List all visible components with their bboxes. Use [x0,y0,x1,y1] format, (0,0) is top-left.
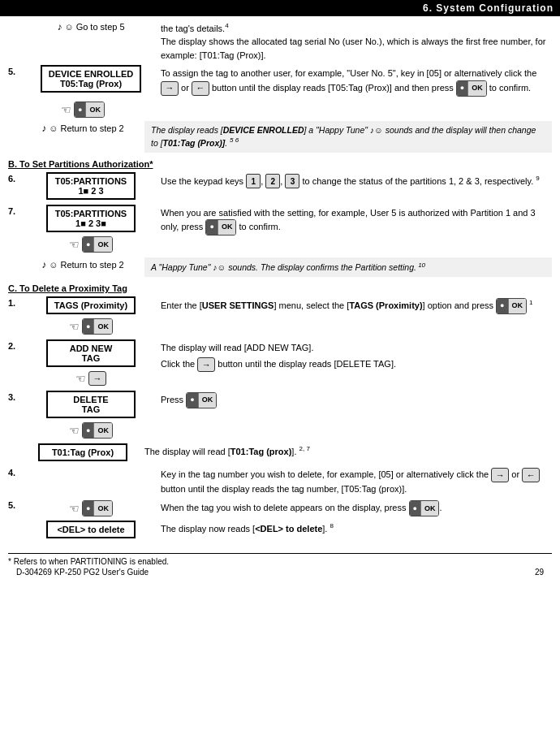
ok-c1[interactable]: ●OK [82,318,113,335]
step-intro-right: the tag's details.4 The display shows th… [161,19,552,62]
c-step4-right: Key in the tag number you wish to delete… [161,466,552,496]
step5-desc3: to confirm. [489,83,531,93]
c-step2-num: 2. [8,339,26,351]
c-step3-num: 3. [8,391,26,402]
music-note-icon: ♪ [57,21,62,32]
c-step2-right: The display will read [ADD NEW TAG]. Cli… [161,339,552,373]
lcd-1-2-3: 1■ 2 3 [54,186,127,196]
step5-num: 5. [8,65,26,76]
return-step2-b-left: ♪ ☺ Return to step 2 [26,257,140,272]
step7-lcd: T05:PARTITIONS 1■ 2 3■ [46,205,136,232]
step5-icon-row: ☜ ●OK [26,100,140,119]
music-note2: ♪ [41,123,46,134]
smiley3: ☺ [49,260,58,270]
sup8: 8 [330,522,334,529]
step-blank [8,19,26,21]
lcd-tags-proximity: TAGS (Proximity) [46,296,136,314]
c-step2-left: ADD NEW TAG ☜ → [26,339,156,387]
hand-c1: ☜ [69,320,80,333]
ok-c1b[interactable]: ●OK [496,298,527,314]
music-note3: ♪ [41,259,46,270]
c-step4b-desc: Key in the tag number you wish to delete… [161,469,489,479]
sup4: 4 [225,22,228,29]
c-step2-click2: button until the display reads [DELETE T… [218,359,396,369]
lcd-add-new: ADD NEW [54,344,127,353]
ok-button-b2[interactable]: ●OK [205,219,236,236]
or-text: or [181,83,192,93]
section-c-title: C. To Delete a Proximity Tag [8,283,552,293]
section-b-title: B. To Set Partitions Authorization* [8,159,552,169]
c-step4-lcd-left: T01:Tag (Prox) [26,443,140,463]
ok-c3[interactable]: ●OK [82,422,113,439]
lcd-del-delete: <DEL> to delete [46,521,136,538]
ok-button-b[interactable]: ●OK [82,236,113,253]
smiley2: ☺ [49,123,58,133]
arrow-left-btn[interactable]: ← [192,81,209,96]
hand-c2: ☜ [75,372,86,385]
c-step5-left: ☜ ●OK <DEL> to delete [26,499,156,540]
c-step5-desc2: The display now reads [<DEL> to delete]. [161,524,327,534]
lcd-device-enrolled: DEVICE ENROLLED [49,69,134,79]
c-step2-click: Click the [161,359,195,369]
c-step5-desc: When the tag you wish to delete appears … [161,503,406,512]
c-step2-desc: The display will read [ADD NEW TAG]. [161,343,313,352]
step6-left: T05:PARTITIONS 1■ 2 3 [26,172,156,201]
key-2[interactable]: 2 [265,174,280,188]
lcd-partitions-2: T05:PARTITIONS [54,209,127,218]
arrow-left-c4[interactable]: ← [522,468,540,482]
ok-c5[interactable]: ●OK [82,500,113,516]
arrow-right-btn[interactable]: → [161,81,179,96]
allocated-desc: The display shows the allocated tag seri… [161,37,545,60]
product-label: D-304269 KP-250 PG2 User's Guide [16,568,149,577]
step7-num: 7. [8,205,26,216]
arrow-right-c2b[interactable]: → [197,357,215,372]
return-step2-left: ♪ ☺ Return to step 2 [26,121,140,136]
c-step4b-desc3: button until the display reads the tag n… [161,484,407,494]
step7-left: T05:PARTITIONS 1■ 2 3■ ☜ ●OK [26,205,156,254]
page-number: 29 [535,568,544,577]
lcd-tag2: TAG [54,404,127,414]
ok-button-2[interactable]: ●OK [74,102,105,118]
c-step5-right: When the tag you wish to delete appears … [161,499,552,535]
c-step1-desc: Enter the [USER SETTINGS] menu, select t… [161,300,496,310]
c-step4-desc: The display will read [T01:Tag (prox)]. [144,446,296,456]
ok-c3b[interactable]: ●OK [186,392,217,408]
happy-note-text: A "Happy Tune" ♪☺ sounds. The display co… [151,262,425,272]
key-3[interactable]: 3 [285,174,299,188]
arrow-right-c4[interactable]: → [491,468,509,482]
step7-right: When you are satisfied with the setting,… [161,205,552,236]
key-1[interactable]: 1 [246,174,261,188]
hand-c3: ☜ [69,424,80,437]
step6-num: 6. [8,172,26,184]
page-header: 6. System Configuration [0,0,560,16]
lcd-1-2-3b: 1■ 2 3■ [54,218,127,228]
ok-button-1[interactable]: ●OK [456,80,487,97]
return-step2-b: Return to step 2 [60,260,123,270]
hand-icon: ☜ [61,103,71,116]
lcd-partitions-1: T05:PARTITIONS [54,176,127,186]
sup1: 1 [529,299,532,306]
go-to-step5-label: Go to step 5 [76,22,125,32]
ok-c5b[interactable]: ●OK [409,500,440,516]
footnote-area: * Refers to when PARTITIONING is enabled… [8,553,552,566]
sup9: 9 [536,175,539,182]
step5-desc: To assign the tag to another user, for e… [161,68,536,78]
lcd-t01-text: T01:Tag (Prox) [46,447,119,457]
c-step1-num: 1. [8,296,26,308]
arrow-right-c2[interactable]: → [88,371,106,386]
lcd-delete: DELETE [54,395,127,404]
c-step3-desc: Press [161,395,183,404]
lcd-t01-tag-prox: T01:Tag (Prox) [38,443,127,461]
lcd-add-new-tag: ADD NEW TAG [46,339,136,367]
c-step5-num: 5. [8,499,26,510]
smiley-icon: ☺ [64,22,73,32]
happy-note: A "Happy Tune" ♪☺ sounds. The display co… [144,257,552,277]
page-footer: D-304269 KP-250 PG2 User's Guide 29 [8,566,552,578]
step5-lcd: DEVICE ENROLLED T05:Tag (Prox) [41,65,142,93]
step6-desc: Use the keypad keys [161,175,243,185]
footnote-text: * Refers to when PARTITIONING is enabled… [8,557,552,566]
lcd-del-text: <DEL> to delete [54,525,127,534]
c-step3-right: Press ●OK [161,391,552,408]
lcd-tag-text: TAG [54,353,127,363]
hand-c5: ☜ [69,502,80,515]
